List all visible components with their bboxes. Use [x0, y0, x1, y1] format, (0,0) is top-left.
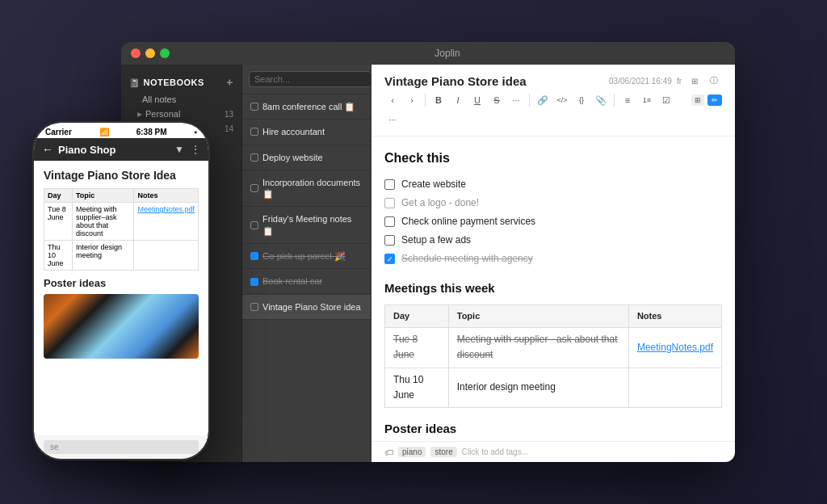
checklist-text: Create website — [401, 177, 466, 192]
maximize-button[interactable] — [160, 48, 170, 58]
table-cell-topic: Meeting with supplier - ask about that d… — [448, 328, 628, 368]
phone-content: Vintage Piano Store Idea DayTopicNotes T… — [34, 161, 208, 435]
checklist-checkbox[interactable] — [384, 179, 395, 190]
note-checkbox[interactable] — [250, 221, 258, 229]
phone-notes-link[interactable]: MeetingNotes.pdf — [137, 205, 195, 213]
toolbar-sep-1 — [425, 94, 426, 107]
phone-table-row: Tue 8 JuneMeeting with supplier–ask abou… — [44, 203, 199, 241]
table-cell-day: Thu 10 June — [385, 368, 449, 407]
code-inline-btn[interactable]: </> — [554, 92, 570, 108]
chevron-icon: ▶ — [137, 111, 142, 118]
checklist-checkbox[interactable] — [384, 198, 395, 208]
underline-btn[interactable]: U — [469, 92, 485, 108]
note-item-parcel[interactable]: Go pick up parcel 🎉 — [242, 244, 371, 269]
note-checkbox[interactable] — [250, 303, 258, 311]
more-options-btn[interactable]: ··· — [384, 111, 401, 128]
note-item-title: Go pick up parcel 🎉 — [262, 250, 346, 262]
section-check-this: Check this — [384, 148, 722, 169]
phone-table-cell-topic: Interior design meeting — [73, 241, 134, 271]
meetings-table: DayTopicNotes Tue 8 JuneMeeting with sup… — [384, 304, 722, 408]
notes-items-list: 8am conference call 📋Hire accountantDepl… — [242, 94, 371, 320]
note-item-fri-meeting[interactable]: Friday's Meeting notes 📋 — [242, 207, 371, 244]
toolbar-sep-3 — [614, 94, 615, 107]
attach-btn[interactable]: 📎 — [593, 92, 609, 108]
carrier-label: Carrier — [45, 128, 72, 136]
note-checkbox[interactable] — [250, 128, 258, 136]
note-item-vintage-piano[interactable]: Vintage Piano Store idea — [242, 295, 371, 320]
battery-icon: ▪ — [194, 128, 197, 136]
checklist-text: Get a logo - done! — [401, 195, 479, 211]
sidebar-item-all-notes[interactable]: All notes — [121, 92, 241, 107]
strikethrough-btn[interactable]: S — [489, 92, 505, 108]
checklist-checkbox[interactable] — [384, 254, 395, 264]
checklist-btn[interactable]: ☑ — [658, 92, 674, 108]
ol-btn[interactable]: 1≡ — [639, 92, 655, 108]
table-cell-notes — [628, 368, 721, 407]
note-item-inc-docs[interactable]: Incorporation documents 📋 — [242, 170, 371, 208]
ul-btn[interactable]: ≡ — [619, 92, 636, 108]
table-header-cell: Notes — [628, 304, 721, 328]
phone-back-button[interactable]: ← — [42, 143, 53, 156]
sync-icon[interactable]: ⊞ — [686, 73, 703, 89]
add-notebook-button[interactable]: + — [226, 76, 233, 89]
phone-dropdown-icon[interactable]: ▼ — [174, 144, 184, 155]
note-checkbox[interactable] — [250, 184, 258, 192]
code-block-btn[interactable]: {} — [573, 92, 590, 108]
more-format-btn[interactable]: ··· — [508, 92, 524, 108]
note-item-title: Incorporation documents 📋 — [262, 177, 363, 200]
note-item-title: Hire accountant — [262, 126, 325, 137]
edit-mode-btn[interactable]: ✏ — [707, 94, 722, 106]
sidebar-item-personal[interactable]: ▶ Personal 13 — [121, 107, 241, 121]
note-item-title: Friday's Meeting notes 📋 — [262, 213, 363, 237]
traffic-lights — [131, 48, 170, 58]
checklist-item: Setup a few ads — [384, 233, 722, 248]
nav-fwd-btn[interactable]: › — [404, 92, 420, 108]
phone-table-header: DayTopicNotes — [44, 189, 199, 203]
note-checkbox[interactable] — [250, 252, 258, 260]
checklist-item: Schedule meeting with agency — [384, 251, 722, 267]
checklist-checkbox[interactable] — [384, 216, 395, 227]
phone-nav-icons: ▼ ⋮ — [174, 144, 200, 155]
desktop-app-window: Joplin 📓 NOTEBOOKS + All notes ▶ Persona… — [121, 42, 735, 462]
status-time: 6:38 PM — [136, 128, 167, 136]
note-item-deploy[interactable]: Deploy website — [242, 145, 371, 170]
italic-btn[interactable]: I — [450, 92, 466, 108]
phone-table-cell-notes — [134, 241, 199, 271]
meeting-notes-link[interactable]: MeetingNotes.pdf — [637, 342, 713, 353]
editor-meta: 03/06/2021 16:49 fr ⊞ ⓘ — [609, 73, 722, 89]
app-body: 📓 NOTEBOOKS + All notes ▶ Personal 13 ▶ … — [121, 65, 735, 462]
checklist-checkbox[interactable] — [384, 235, 395, 246]
side-by-side-btn[interactable]: ⊞ — [691, 94, 704, 106]
search-input[interactable] — [249, 71, 372, 87]
link-btn[interactable]: 🔗 — [535, 92, 551, 108]
minimize-button[interactable] — [145, 48, 155, 58]
phone-more-icon[interactable]: ⋮ — [191, 144, 200, 155]
phone-table-cell-notes[interactable]: MeetingNotes.pdf — [134, 203, 199, 241]
note-item-title: Book rental car — [262, 275, 322, 287]
bold-btn[interactable]: B — [430, 92, 447, 108]
table-cell-day: Tue 8 June — [385, 328, 449, 368]
note-checkbox[interactable] — [250, 278, 258, 286]
note-checkbox[interactable] — [250, 153, 258, 162]
phone-nav-title: Piano Shop — [58, 144, 170, 156]
editor-checklist: Create websiteGet a logo - done!Check on… — [384, 177, 722, 267]
toolbar-sep-2 — [529, 94, 530, 107]
note-item-hire-acct[interactable]: Hire accountant — [242, 120, 371, 145]
nav-back-btn[interactable]: ‹ — [384, 92, 401, 108]
table-cell-notes[interactable]: MeetingNotes.pdf — [628, 328, 721, 368]
phone-search-bar[interactable]: se — [44, 440, 199, 454]
note-title: Vintage Piano Store idea — [384, 74, 527, 88]
info-icon[interactable]: ⓘ — [706, 73, 722, 89]
notebooks-header: 📓 NOTEBOOKS + — [121, 73, 241, 92]
note-item-conf-call[interactable]: 8am conference call 📋 — [242, 94, 371, 120]
tag-store[interactable]: store — [430, 447, 456, 457]
meetings-table-body: Tue 8 JuneMeeting with supplier - ask ab… — [385, 328, 722, 408]
note-checkbox[interactable] — [250, 103, 258, 111]
note-editor: Vintage Piano Store idea 03/06/2021 16:4… — [372, 65, 735, 462]
add-tag-hint[interactable]: Click to add tags... — [462, 447, 528, 456]
note-item-rental[interactable]: Book rental car — [242, 269, 371, 294]
tag-piano[interactable]: piano — [398, 447, 426, 457]
close-button[interactable] — [131, 48, 141, 58]
phone-table-header-cell: Notes — [134, 189, 199, 203]
phone-table-header-cell: Day — [44, 189, 73, 203]
